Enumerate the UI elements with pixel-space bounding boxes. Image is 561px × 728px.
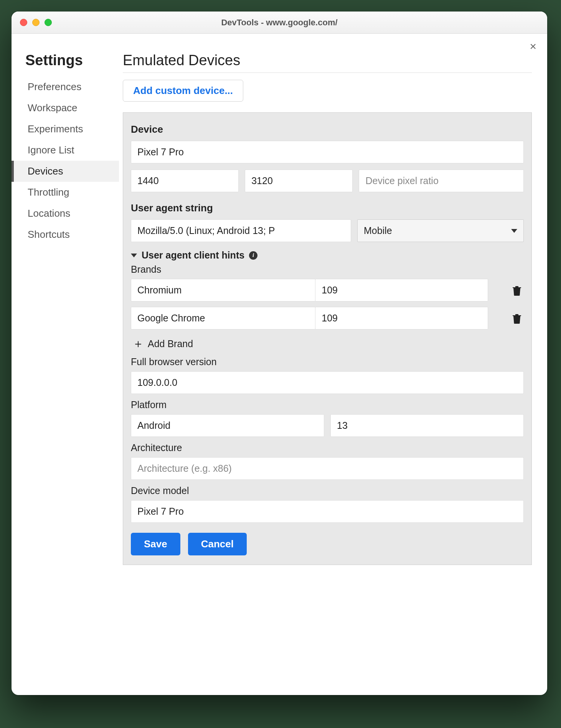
sidebar-item-shortcuts[interactable]: Shortcuts [12,224,119,245]
brand-version-input[interactable]: 109 [315,307,488,329]
client-hints-disclosure[interactable]: User agent client hints i [131,250,524,261]
brand-name-input[interactable]: Google Chrome [131,307,315,329]
device-model-input[interactable]: Pixel 7 Pro [131,500,524,523]
sidebar-item-throttling[interactable]: Throttling [12,182,119,203]
info-icon[interactable]: i [249,251,257,260]
add-custom-device-button[interactable]: Add custom device... [123,80,243,102]
close-icon[interactable]: × [530,41,536,52]
plus-icon: ＋ [132,338,144,349]
main-panel: Emulated Devices Add custom device... De… [119,34,547,695]
delete-brand-button[interactable] [510,285,524,296]
sidebar-heading: Settings [25,52,119,69]
architecture-label: Architecture [131,442,524,453]
client-hints-label: User agent client hints [142,250,244,261]
platform-name-input[interactable]: Android [131,414,324,437]
device-name-input[interactable]: Pixel 7 Pro [131,141,524,163]
cancel-button[interactable]: Cancel [188,533,247,555]
device-editor-panel: Device Pixel 7 Pro 1440 3120 Device pixe… [123,112,532,565]
full-version-label: Full browser version [131,356,524,367]
sidebar-item-devices[interactable]: Devices [12,161,119,182]
brand-row: Chromium 109 [131,279,524,301]
trash-icon [512,285,521,296]
sidebar-item-ignore-list[interactable]: Ignore List [12,140,119,161]
platform-version-input[interactable]: 13 [330,414,524,437]
sidebar-item-experiments[interactable]: Experiments [12,119,119,140]
brand-row: Google Chrome 109 [131,307,524,329]
triangle-down-icon [131,254,137,257]
ua-section-label: User agent string [131,202,524,214]
window-title: DevTools - www.google.com/ [12,18,547,28]
trash-icon [512,313,521,324]
ua-type-select[interactable]: Mobile [357,219,524,242]
platform-label: Platform [131,399,524,410]
brand-version-input[interactable]: 109 [315,279,488,301]
titlebar: DevTools - www.google.com/ [12,12,547,34]
chevron-down-icon [511,229,517,233]
device-model-label: Device model [131,485,524,496]
device-height-input[interactable]: 3120 [245,170,353,192]
full-version-input[interactable]: 109.0.0.0 [131,371,524,394]
page-title: Emulated Devices [123,52,532,73]
add-brand-button[interactable]: ＋ Add Brand [131,335,524,351]
architecture-input[interactable]: Architecture (e.g. x86) [131,457,524,480]
ua-string-input[interactable]: Mozilla/5.0 (Linux; Android 13; P [131,219,351,242]
save-button[interactable]: Save [131,533,180,555]
devtools-window: DevTools - www.google.com/ × Settings Pr… [12,12,547,695]
settings-sidebar: Settings Preferences Workspace Experimen… [12,34,119,695]
add-brand-label: Add Brand [148,338,193,349]
ua-type-value: Mobile [364,225,392,236]
sidebar-item-preferences[interactable]: Preferences [12,76,119,97]
device-section-label: Device [131,124,524,135]
sidebar-item-locations[interactable]: Locations [12,203,119,224]
delete-brand-button[interactable] [510,313,524,324]
brands-label: Brands [131,264,524,275]
sidebar-item-workspace[interactable]: Workspace [12,97,119,119]
brand-name-input[interactable]: Chromium [131,279,315,301]
device-width-input[interactable]: 1440 [131,170,239,192]
device-pixel-ratio-input[interactable]: Device pixel ratio [359,170,524,192]
